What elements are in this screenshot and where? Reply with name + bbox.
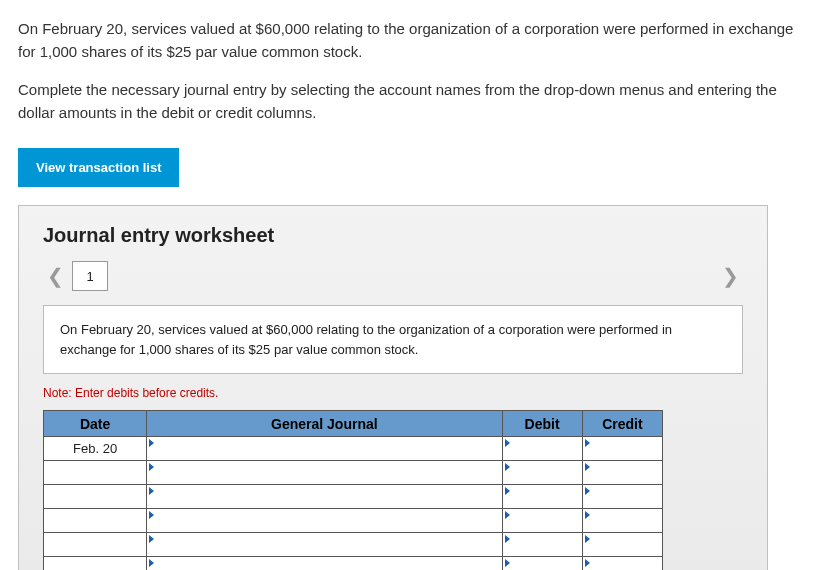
general-journal-cell[interactable] <box>147 509 502 533</box>
chevron-left-icon[interactable]: ❮ <box>47 266 64 286</box>
general-journal-cell[interactable] <box>147 437 502 461</box>
debit-cell[interactable] <box>502 557 582 571</box>
pager: ❮ 1 ❯ <box>43 261 743 291</box>
debit-cell[interactable] <box>502 437 582 461</box>
date-cell[interactable] <box>44 485 147 509</box>
journal-table: Date General Journal Debit Credit Feb. 2… <box>43 410 663 570</box>
header-general-journal: General Journal <box>147 411 502 437</box>
journal-entry-worksheet: Journal entry worksheet ❮ 1 ❯ On Februar… <box>18 205 768 570</box>
debit-cell[interactable] <box>502 509 582 533</box>
transaction-prompt: On February 20, services valued at $60,0… <box>43 305 743 374</box>
chevron-right-icon[interactable]: ❯ <box>722 266 739 286</box>
debit-cell[interactable] <box>502 485 582 509</box>
intro-paragraph-1: On February 20, services valued at $60,0… <box>18 18 809 63</box>
date-cell[interactable] <box>44 509 147 533</box>
table-row: Feb. 20 <box>44 437 663 461</box>
header-credit: Credit <box>582 411 662 437</box>
credit-cell[interactable] <box>582 557 662 571</box>
general-journal-cell[interactable] <box>147 533 502 557</box>
table-row <box>44 485 663 509</box>
page-number-tab[interactable]: 1 <box>72 261 108 291</box>
table-row <box>44 557 663 571</box>
date-cell[interactable]: Feb. 20 <box>44 437 147 461</box>
view-transaction-list-button[interactable]: View transaction list <box>18 148 179 187</box>
table-row <box>44 509 663 533</box>
credit-cell[interactable] <box>582 461 662 485</box>
general-journal-cell[interactable] <box>147 461 502 485</box>
credit-cell[interactable] <box>582 509 662 533</box>
worksheet-title: Journal entry worksheet <box>43 224 743 247</box>
date-cell[interactable] <box>44 533 147 557</box>
date-cell[interactable] <box>44 557 147 571</box>
intro-paragraph-2: Complete the necessary journal entry by … <box>18 79 809 124</box>
table-row <box>44 533 663 557</box>
general-journal-cell[interactable] <box>147 557 502 571</box>
header-date: Date <box>44 411 147 437</box>
header-debit: Debit <box>502 411 582 437</box>
debit-cell[interactable] <box>502 461 582 485</box>
date-cell[interactable] <box>44 461 147 485</box>
general-journal-cell[interactable] <box>147 485 502 509</box>
credit-cell[interactable] <box>582 437 662 461</box>
credit-cell[interactable] <box>582 485 662 509</box>
note-text: Note: Enter debits before credits. <box>43 386 743 400</box>
debit-cell[interactable] <box>502 533 582 557</box>
credit-cell[interactable] <box>582 533 662 557</box>
table-row <box>44 461 663 485</box>
